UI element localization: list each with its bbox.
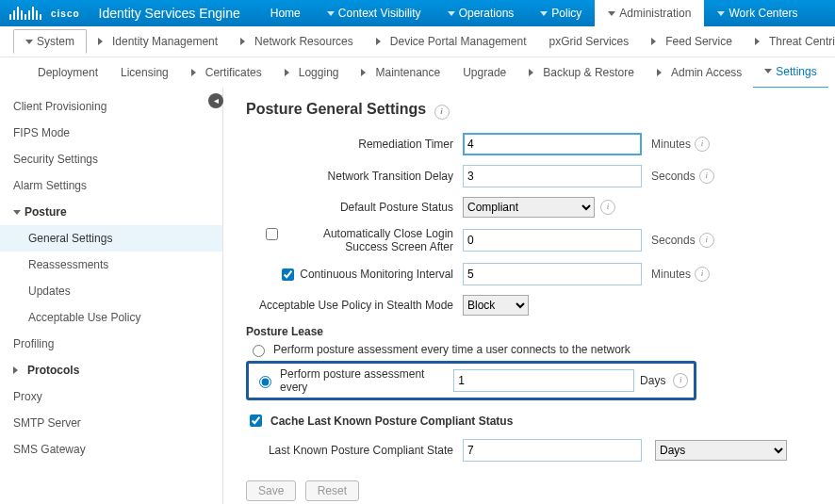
subnav-threat-centric-nac[interactable]: Threat Centric NAC [744,30,835,53]
info-icon[interactable]: i [695,267,710,282]
info-icon[interactable]: i [699,169,714,184]
ternav-licensing[interactable]: Licensing [109,57,180,88]
cisco-logo-icon [9,7,41,20]
ternav-admin-access[interactable]: Admin Access [646,57,753,88]
main: ◂ Client Provisioning FIPS Mode Security… [0,88,835,504]
cache-state-input[interactable] [463,439,642,462]
info-icon[interactable]: i [434,105,450,120]
ternav-settings[interactable]: Settings [753,57,827,88]
cache-state-unit-select[interactable]: Days [655,440,787,461]
info-icon[interactable]: i [673,373,688,388]
sidebar-item-profiling[interactable]: Profiling [0,331,222,357]
auto-close-input[interactable] [463,229,642,252]
ternav-certificates[interactable]: Certificates [180,57,273,88]
label-continuous-monitoring: Continuous Monitoring Interval [300,268,453,281]
sidebar-group-protocols[interactable]: Protocols [0,357,222,383]
sidebar-item-client-provisioning[interactable]: Client Provisioning [0,93,222,120]
subnav-identity-management[interactable]: Identity Management [87,30,229,53]
row-auto-close: Automatically Close Login Success Screen… [246,227,826,253]
subnav-network-resources[interactable]: Network Resources [229,30,365,53]
topnav-operations[interactable]: Operations [434,0,528,26]
caret-right-icon [191,69,200,76]
ternav-upgrade[interactable]: Upgrade [451,57,517,88]
caret-right-icon [285,69,293,76]
sidebar-group-posture[interactable]: Posture [0,199,222,225]
continuous-monitoring-input[interactable] [463,263,642,285]
sidebar-sub-acceptable-use-policy[interactable]: Acceptable Use Policy [0,304,222,331]
ternav-backup-restore[interactable]: Backup & Restore [517,57,646,88]
label-cache-status: Cache Last Known Posture Compliant Statu… [270,415,513,428]
lease-every-input[interactable] [453,369,634,392]
label-network-transition-delay: Network Transition Delay [246,170,463,183]
ternav-logging[interactable]: Logging [273,57,351,88]
caret-right-icon [651,38,660,45]
row-lease-always: Perform posture assessment every time a … [248,342,826,357]
row-remediation-timer: Remediation Timer Minutes i [246,133,826,155]
remediation-timer-input[interactable] [463,133,642,155]
ternav-deployment[interactable]: Deployment [26,57,109,88]
lease-every-radio[interactable] [259,376,271,388]
sidebar-sub-general-settings[interactable]: General Settings [0,225,222,252]
info-icon[interactable]: i [699,233,714,248]
subnav-system[interactable]: System [13,29,87,54]
label-cache-state: Last Known Posture Compliant State [246,444,463,457]
sidebar-item-sms-gateway[interactable]: SMS Gateway [0,436,222,463]
caret-right-icon [755,38,763,45]
aup-stealth-select[interactable]: Block [463,295,529,316]
ternav-maintenance[interactable]: Maintenance [350,57,451,88]
topnav-home[interactable]: Home [257,0,314,26]
caret-right-icon [657,69,665,76]
caret-right-icon [529,69,537,76]
sidebar-item-proxy[interactable]: Proxy [0,383,222,410]
topnav: Home Context Visibility Operations Polic… [257,0,811,26]
unit-seconds: Seconds [651,170,696,183]
ternav: Deployment Licensing Certificates Loggin… [0,57,835,88]
sidebar-item-alarm-settings[interactable]: Alarm Settings [0,172,222,199]
default-posture-status-select[interactable]: Compliant [463,197,595,218]
sidebar-sub-reassessments[interactable]: Reassessments [0,252,222,278]
caret-right-icon [13,366,22,374]
row-continuous-monitoring: Continuous Monitoring Interval Minutes i [246,263,826,285]
reset-button[interactable]: Reset [305,480,359,501]
brand: cisco [0,0,90,26]
caret-down-icon [608,11,615,16]
product-name: Identity Services Engine [99,6,240,21]
vendor-name: cisco [51,8,80,19]
label-lease-every: Perform posture assessment every [280,367,450,394]
caret-right-icon [376,38,385,45]
sidebar-item-smtp-server[interactable]: SMTP Server [0,410,222,436]
cache-status-checkbox[interactable] [250,415,262,427]
subnav-device-portal-management[interactable]: Device Portal Management [365,30,538,53]
sidebar-sub-updates[interactable]: Updates [0,278,222,304]
subnav-feed-service[interactable]: Feed Service [640,30,744,53]
info-icon[interactable]: i [600,200,615,215]
label-remediation-timer: Remediation Timer [246,138,463,151]
row-cache-state: Last Known Posture Compliant State Days [246,439,826,462]
page-title: Posture General Settings i [246,101,826,120]
lease-always-radio[interactable] [253,345,265,357]
sidebar-item-security-settings[interactable]: Security Settings [0,146,222,172]
section-title-posture-lease: Posture Lease [246,325,826,338]
sidebar-item-fips-mode[interactable]: FIPS Mode [0,120,222,146]
caret-down-icon [448,11,455,16]
save-button[interactable]: Save [246,480,296,501]
info-icon[interactable]: i [695,137,710,152]
network-transition-delay-input[interactable] [463,165,642,187]
auto-close-checkbox[interactable] [266,228,278,240]
topnav-administration[interactable]: Administration [595,0,704,26]
topnav-work-centers[interactable]: Work Centers [704,0,810,26]
row-default-posture-status: Default Posture Status Compliant i [246,197,826,218]
topbar: cisco Identity Services Engine Home Cont… [0,0,835,26]
sidebar-collapse-button[interactable]: ◂ [208,93,223,108]
caret-right-icon [361,69,369,76]
unit-days: Days [640,374,665,387]
continuous-monitoring-checkbox[interactable] [282,268,294,281]
topnav-policy[interactable]: Policy [527,0,595,26]
label-default-posture-status: Default Posture Status [246,201,463,214]
caret-down-icon [717,11,725,16]
row-aup-stealth: Acceptable Use Policy in Stealth Mode Bl… [246,295,826,316]
subnav-pxgrid-services[interactable]: pxGrid Services [538,30,641,53]
caret-down-icon [13,210,21,215]
topnav-context-visibility[interactable]: Context Visibility [314,0,434,26]
caret-down-icon [764,69,772,73]
